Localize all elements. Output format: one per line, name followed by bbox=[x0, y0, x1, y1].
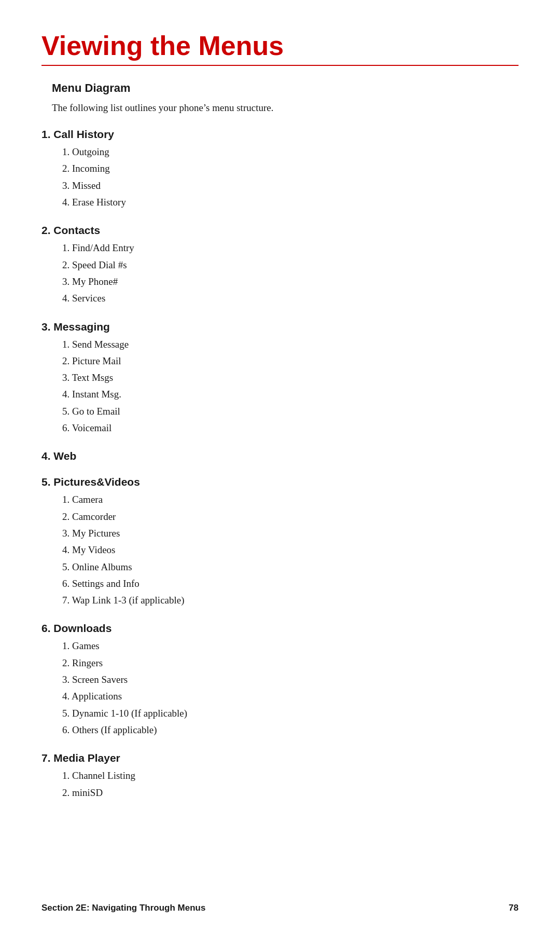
menu-item: 6. Others (If applicable) bbox=[62, 722, 519, 738]
menu-section: 2. Contacts1. Find/Add Entry2. Speed Dia… bbox=[41, 224, 519, 307]
menu-item: 2. miniSD bbox=[62, 785, 519, 801]
menu-item: 4. Applications bbox=[62, 688, 519, 705]
menu-heading: 3. Messaging bbox=[41, 321, 519, 333]
menu-item: 2. Speed Dial #s bbox=[62, 257, 519, 273]
menu-item: 3. My Phone# bbox=[62, 273, 519, 290]
menu-heading: 7. Media Player bbox=[41, 752, 519, 764]
menu-item: 4. My Videos bbox=[62, 542, 519, 558]
menus-container: 1. Call History1. Outgoing2. Incoming3. … bbox=[41, 128, 519, 801]
menu-item-list: 1. Outgoing2. Incoming3. Missed4. Erase … bbox=[41, 144, 519, 211]
menu-item: 5. Online Albums bbox=[62, 559, 519, 575]
title-rule bbox=[41, 65, 519, 66]
menu-heading: 5. Pictures&Videos bbox=[41, 476, 519, 488]
menu-heading: 6. Downloads bbox=[41, 622, 519, 635]
menu-section: 6. Downloads1. Games2. Ringers3. Screen … bbox=[41, 622, 519, 738]
menu-item: 6. Settings and Info bbox=[62, 575, 519, 592]
menu-section: 3. Messaging1. Send Message2. Picture Ma… bbox=[41, 321, 519, 437]
menu-item: 2. Picture Mail bbox=[62, 353, 519, 369]
menu-heading: 1. Call History bbox=[41, 128, 519, 141]
menu-item: 3. My Pictures bbox=[62, 525, 519, 542]
menu-item: 1. Channel Listing bbox=[62, 767, 519, 784]
menu-item: 1. Outgoing bbox=[62, 144, 519, 160]
menu-item: 5. Dynamic 1-10 (If applicable) bbox=[62, 705, 519, 722]
menu-heading: 4. Web bbox=[41, 450, 519, 462]
menu-item: 6. Voicemail bbox=[62, 420, 519, 436]
menu-item-list: 1. Games2. Ringers3. Screen Savers4. App… bbox=[41, 638, 519, 738]
page-footer: Section 2E: Navigating Through Menus 78 bbox=[41, 903, 519, 913]
menu-item: 4. Erase History bbox=[62, 194, 519, 211]
menu-item: 2. Camcorder bbox=[62, 509, 519, 525]
menu-item: 4. Instant Msg. bbox=[62, 386, 519, 403]
menu-section: 5. Pictures&Videos1. Camera2. Camcorder3… bbox=[41, 476, 519, 609]
footer-page-number: 78 bbox=[509, 903, 519, 913]
page-container: Viewing the Menus Menu Diagram The follo… bbox=[0, 0, 560, 856]
menu-section: 4. Web bbox=[41, 450, 519, 462]
menu-section: 1. Call History1. Outgoing2. Incoming3. … bbox=[41, 128, 519, 211]
menu-heading: 2. Contacts bbox=[41, 224, 519, 237]
menu-item: 2. Ringers bbox=[62, 655, 519, 671]
menu-item-list: 1. Find/Add Entry2. Speed Dial #s3. My P… bbox=[41, 240, 519, 307]
menu-item: 2. Incoming bbox=[62, 160, 519, 177]
menu-item-list: 1. Channel Listing2. miniSD bbox=[41, 767, 519, 801]
menu-item: 1. Find/Add Entry bbox=[62, 240, 519, 256]
menu-item: 1. Send Message bbox=[62, 336, 519, 353]
menu-item: 1. Games bbox=[62, 638, 519, 654]
menu-item: 7. Wap Link 1-3 (if applicable) bbox=[62, 592, 519, 609]
menu-item: 3. Text Msgs bbox=[62, 369, 519, 386]
footer-section-label: Section 2E: Navigating Through Menus bbox=[41, 903, 205, 913]
menu-item-list: 1. Camera2. Camcorder3. My Pictures4. My… bbox=[41, 491, 519, 609]
menu-item: 3. Screen Savers bbox=[62, 671, 519, 688]
menu-item: 5. Go to Email bbox=[62, 403, 519, 420]
menu-item-list: 1. Send Message2. Picture Mail3. Text Ms… bbox=[41, 336, 519, 437]
menu-item: 3. Missed bbox=[62, 177, 519, 194]
menu-item: 4. Services bbox=[62, 290, 519, 307]
menu-section: 7. Media Player1. Channel Listing2. mini… bbox=[41, 752, 519, 801]
page-title: Viewing the Menus bbox=[41, 31, 519, 61]
menu-item: 1. Camera bbox=[62, 491, 519, 508]
intro-text: The following list outlines your phone’s… bbox=[41, 102, 519, 114]
section-header: Menu Diagram bbox=[41, 81, 519, 95]
